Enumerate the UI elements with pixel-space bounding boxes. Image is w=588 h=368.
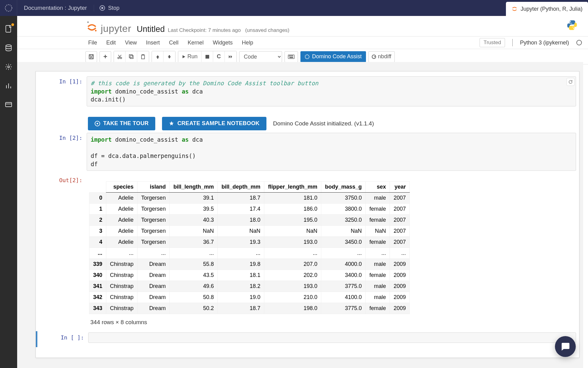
cell: 18.2 [218, 281, 264, 292]
intercom-button[interactable] [555, 336, 576, 357]
menu-widgets[interactable]: Widgets [213, 40, 233, 46]
cell-refresh-icon[interactable] [567, 78, 575, 86]
cell: NaN [264, 226, 321, 237]
command-palette-button[interactable] [285, 51, 298, 62]
menu-view[interactable]: View [125, 40, 137, 46]
row-index: 4 [89, 237, 106, 248]
output-cell-1: TAKE THE TOUR CREATE SAMPLE NOTEBOOK Dom… [36, 111, 579, 132]
menu-edit[interactable]: Edit [106, 40, 116, 46]
cell: 19.8 [218, 259, 264, 270]
code-cell-2[interactable]: In [2]: import domino_code_assist as dca… [36, 132, 579, 175]
svg-rect-18 [289, 56, 290, 56]
env-tab[interactable]: Jupyter (Python, R, Julia) [506, 2, 588, 16]
move-down-button[interactable] [164, 51, 175, 62]
sidebar-item-files[interactable] [4, 25, 13, 33]
jupyter-header: jupyter Untitled Last Checkpoint: 7 minu… [86, 16, 588, 36]
svg-rect-17 [288, 55, 294, 59]
sidebar-item-settings[interactable] [4, 63, 13, 71]
menu-insert[interactable]: Insert [146, 40, 160, 46]
celltype-select[interactable]: Code [239, 51, 282, 62]
code-cell-3[interactable]: In [ ]: [36, 331, 579, 347]
add-cell-button[interactable]: + [100, 51, 111, 62]
code-input-2[interactable]: import domino_code_assist as dca df = dc… [87, 133, 576, 171]
create-sample-button[interactable]: CREATE SAMPLE NOTEBOOK [162, 117, 266, 130]
col-sex: sex [366, 182, 390, 193]
cell: 195.0 [264, 215, 321, 226]
domino-code-assist-button[interactable]: Domino Code Assist [300, 51, 366, 62]
menu-help[interactable]: Help [242, 40, 253, 46]
domino-logo[interactable] [0, 0, 17, 16]
row-index: 342 [89, 292, 106, 303]
interrupt-button[interactable] [202, 51, 213, 62]
cell: ... [390, 248, 410, 259]
run-button[interactable]: Run [178, 51, 202, 62]
row-index: 340 [89, 270, 106, 281]
prompt-in-2: In [2]: [36, 133, 85, 171]
restart-run-all-button[interactable] [225, 51, 236, 62]
trusted-badge[interactable]: Trusted [480, 38, 505, 47]
stop-label: Stop [108, 5, 119, 11]
code-cell-1[interactable]: In [1]: # this code is generated by the … [36, 75, 579, 111]
cell: 18.1 [218, 270, 264, 281]
svg-rect-16 [205, 55, 209, 59]
table-row: 2AdelieTorgersen40.318.0195.03250.0femal… [89, 215, 410, 226]
menu-file[interactable]: File [88, 40, 97, 46]
cell: NaN [218, 226, 264, 237]
table-row: 339ChinstrapDream55.819.8207.04000.0male… [89, 259, 410, 270]
col-bill_length_mm: bill_length_mm [170, 182, 218, 193]
restart-button[interactable]: C [213, 51, 225, 62]
sidebar-item-workspace[interactable] [4, 101, 13, 109]
cell: Adelie [106, 226, 138, 237]
cell: male [366, 193, 390, 204]
kernel-name[interactable]: Python 3 (ipykernel) [520, 40, 569, 46]
cell: Chinstrap [106, 270, 138, 281]
move-up-button[interactable] [152, 51, 164, 62]
notification-dot [11, 23, 14, 26]
sidebar-item-reports[interactable] [4, 82, 13, 90]
save-button[interactable] [85, 51, 97, 62]
cell: ... [170, 248, 218, 259]
cell: Chinstrap [106, 259, 138, 270]
code-input-3[interactable] [88, 332, 576, 343]
cell: 186.0 [264, 204, 321, 215]
cell: 3775.0 [321, 303, 366, 314]
cell: female [366, 204, 390, 215]
menu-kernel[interactable]: Kernel [188, 40, 204, 46]
svg-rect-12 [130, 56, 133, 59]
code-input-1[interactable]: # this code is generated by the Domino C… [87, 76, 576, 106]
cell: 193.0 [264, 237, 321, 248]
table-row: 4AdelieTorgersen36.719.3193.03450.0femal… [89, 237, 410, 248]
cell: 2007 [390, 237, 410, 248]
cell: female [366, 303, 390, 314]
take-tour-button[interactable]: TAKE THE TOUR [88, 117, 155, 130]
kernel-status-icon[interactable] [576, 40, 582, 45]
cell: 3400.0 [321, 270, 366, 281]
main-content: jupyter Untitled Last Checkpoint: 7 minu… [17, 16, 588, 368]
table-row: ........................... [89, 248, 410, 259]
row-index: 3 [89, 226, 106, 237]
row-index: 0 [89, 193, 106, 204]
breadcrumb[interactable]: Documentation : Jupyter [17, 5, 94, 11]
cell: Dream [138, 259, 170, 270]
table-row: 341ChinstrapDream49.618.2193.03775.0male… [89, 281, 410, 292]
cell: Torgersen [138, 237, 170, 248]
stop-button[interactable]: Stop [94, 5, 125, 11]
cell: Torgersen [138, 215, 170, 226]
cell: 50.8 [170, 292, 218, 303]
row-index: 2 [89, 215, 106, 226]
svg-point-3 [8, 66, 9, 68]
cell: NaN [170, 226, 218, 237]
notebook-title[interactable]: Untitled [137, 25, 165, 34]
copy-button[interactable] [126, 51, 137, 62]
col-body_mass_g: body_mass_g [321, 182, 366, 193]
cell: ... [264, 248, 321, 259]
nbdiff-button[interactable]: nbdiff [368, 51, 395, 62]
menu-cell[interactable]: Cell [169, 40, 179, 46]
row-index: 1 [89, 204, 106, 215]
svg-point-10 [118, 57, 119, 59]
left-sidebar [0, 16, 17, 368]
paste-button[interactable] [137, 51, 149, 62]
sidebar-item-data[interactable] [4, 44, 13, 52]
cut-button[interactable] [114, 51, 126, 62]
take-tour-label: TAKE THE TOUR [103, 120, 149, 127]
